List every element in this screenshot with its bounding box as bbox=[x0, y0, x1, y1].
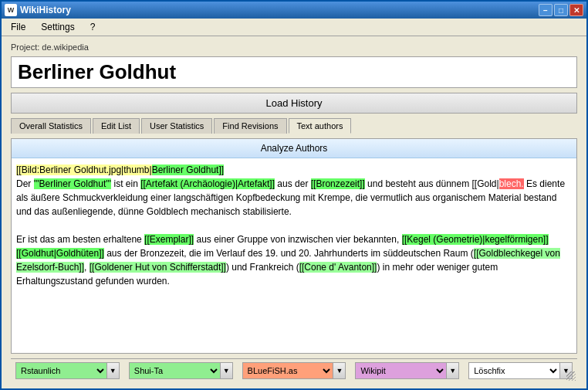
tab-text-authors[interactable]: Text authors bbox=[289, 118, 352, 134]
menu-file[interactable]: File bbox=[8, 20, 29, 34]
author-select-bluefish[interactable]: BLueFiSH.as bbox=[242, 362, 334, 379]
author-dropdown-5: Löschfix ▼ bbox=[464, 362, 577, 379]
resize-handle[interactable] bbox=[566, 371, 576, 381]
text-ist: ist ein bbox=[111, 178, 140, 189]
author-select-rstaunlich[interactable]: Rstaunlich bbox=[15, 362, 107, 379]
text-und-fr: ) und Frankreich ( bbox=[226, 262, 299, 273]
title-bar-left: W WikiHistory bbox=[5, 4, 71, 16]
author-select-wikipit[interactable]: Wikipit bbox=[355, 362, 447, 379]
close-button[interactable]: ✕ bbox=[569, 4, 583, 16]
text-goldhut-link: [[Goldhut|Goldhüten]] bbox=[16, 248, 104, 259]
text-kegel-link: [[Kegel (Geometrie)|kegelförmigen]] bbox=[402, 234, 549, 245]
project-title-input[interactable] bbox=[11, 56, 577, 88]
text-und-besteht: und besteht aus dünnem [[Gold| bbox=[365, 178, 499, 189]
analyze-authors-button[interactable]: Analyze Authors bbox=[12, 139, 576, 158]
load-history-button[interactable]: Load History bbox=[11, 93, 577, 114]
tab-user-statistics[interactable]: User Statistics bbox=[141, 118, 212, 134]
text-aus-der: aus der bbox=[275, 178, 311, 189]
project-label: Project: de.wikipedia bbox=[11, 42, 577, 52]
tabs-container: Overall Statistics Edit List User Statis… bbox=[11, 118, 577, 134]
text-bronzezeit-link: [[Bronzezeit]] bbox=[311, 178, 365, 189]
author-dropdown-2: Shui-Ta ▼ bbox=[124, 362, 238, 379]
text-exemplar-link: [[Exemplar]] bbox=[144, 234, 194, 245]
text-er-ist: Er ist das am besten erhaltene bbox=[16, 234, 144, 245]
tab-find-revisions[interactable]: Find Revisions bbox=[214, 118, 286, 134]
text-aus-der-bronze: aus der Bronzezeit, die im Verlauf des 1… bbox=[104, 248, 474, 259]
author-dropdown-4: Wikipit ▼ bbox=[350, 362, 464, 379]
text-comma1: , bbox=[84, 262, 90, 273]
author-select-loschfix[interactable]: Löschfix bbox=[468, 362, 560, 379]
text-avanton-link: [[Cone d' Avanton]] bbox=[299, 262, 377, 273]
app-icon: W bbox=[5, 4, 17, 16]
text-bild-link: [[Bild:Berliner Goldhut.jpg|thumb| bbox=[16, 164, 152, 175]
minimize-button[interactable]: − bbox=[539, 4, 553, 16]
text-display-area[interactable]: [[Bild:Berliner Goldhut.jpg|thumb|Berlin… bbox=[12, 158, 576, 353]
text-aus-einer: aus einer Gruppe von inzwischen vier bek… bbox=[194, 234, 402, 245]
text-der: Der bbox=[16, 178, 34, 189]
authors-footer: Rstaunlich ▼ Shui-Ta ▼ BLueFiSH.as ▼ Wik… bbox=[11, 358, 577, 382]
text-schifferstadt-link: [[Goldener Hut von Schifferstadt]] bbox=[90, 262, 226, 273]
author-dropdown-arrow-1[interactable]: ▼ bbox=[107, 362, 120, 379]
tab-edit-list[interactable]: Edit List bbox=[93, 118, 140, 134]
menu-settings[interactable]: Settings bbox=[38, 20, 77, 34]
text-bold-title: '''Berliner Goldhut''' bbox=[34, 178, 111, 189]
author-dropdown-arrow-3[interactable]: ▼ bbox=[333, 362, 346, 379]
text-blech-highlight: blech. bbox=[499, 178, 524, 189]
text-content: [[Bild:Berliner Goldhut.jpg|thumb|Berlin… bbox=[16, 163, 572, 288]
menu-help[interactable]: ? bbox=[87, 20, 99, 34]
text-bild-title: Berliner Goldhut]] bbox=[152, 164, 224, 175]
window-title: WikiHistory bbox=[20, 5, 71, 15]
tab-content-area: Analyze Authors [[Bild:Berliner Goldhut.… bbox=[11, 138, 577, 354]
author-dropdown-arrow-2[interactable]: ▼ bbox=[221, 362, 233, 379]
title-buttons: − □ ✕ bbox=[539, 4, 583, 16]
author-dropdown-3: BLueFiSH.as ▼ bbox=[238, 362, 351, 379]
author-dropdown-arrow-4[interactable]: ▼ bbox=[447, 362, 459, 379]
menu-bar: File Settings ? bbox=[2, 19, 586, 36]
maximize-button[interactable]: □ bbox=[554, 4, 568, 16]
author-dropdown-1: Rstaunlich ▼ bbox=[11, 362, 124, 379]
main-content: Project: de.wikipedia Load History Overa… bbox=[2, 36, 586, 388]
main-window: W WikiHistory − □ ✕ File Settings ? Proj… bbox=[0, 0, 588, 390]
title-bar: W WikiHistory − □ ✕ bbox=[2, 2, 586, 19]
text-artefakt-link: [[Artefakt (Archäologie)|Artefakt]] bbox=[140, 178, 275, 189]
tab-overall-statistics[interactable]: Overall Statistics bbox=[11, 118, 91, 134]
author-select-shuita[interactable]: Shui-Ta bbox=[129, 362, 221, 379]
